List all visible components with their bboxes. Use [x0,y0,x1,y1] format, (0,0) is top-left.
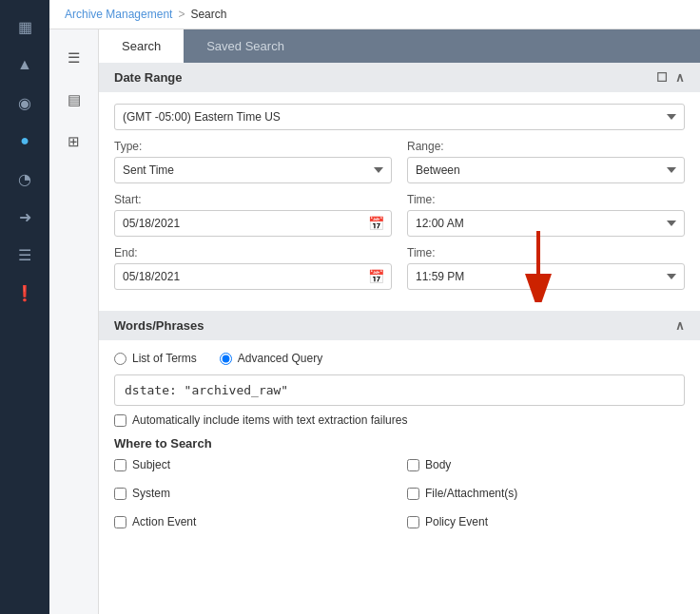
system-checkbox-label[interactable]: System [114,487,392,500]
action-event-text: Action Event [132,515,196,528]
start-time-select[interactable]: 12:00 AM [407,210,685,237]
words-phrases-title: Words/Phrases [114,318,204,333]
end-input-wrapper: 📅 [114,263,392,290]
grid-icon[interactable]: ⊞ [57,125,91,159]
file-attachment-text: File/Attachment(s) [425,487,517,500]
advanced-query-radio[interactable] [220,353,232,365]
system-checkbox[interactable] [114,488,126,500]
start-label: Start: [114,193,392,206]
range-group: Range: Between [407,140,685,183]
date-range-title: Date Range [114,70,183,85]
end-time-select[interactable]: 11:59 PM [407,263,685,290]
start-time-group: Time: 12:00 AM [407,193,685,237]
filter-icon[interactable]: ☰ [57,41,91,75]
search-nav-icon[interactable]: ● [8,124,42,158]
dashboard-icon[interactable]: ▦ [8,10,42,44]
collapse-icon[interactable]: ∧ [675,70,685,85]
section-header-icons: ☐ ∧ [656,70,685,85]
system-text: System [132,487,170,500]
tab-saved-search[interactable]: Saved Search [184,29,307,63]
subject-checkbox[interactable] [114,459,126,471]
clock-icon[interactable]: ◉ [8,86,42,120]
history-icon[interactable]: ◔ [8,162,42,196]
advanced-query-text: Advanced Query [238,352,322,365]
advanced-query-label[interactable]: Advanced Query [220,352,322,365]
list-icon[interactable]: ☰ [8,238,42,272]
subject-checkbox-label[interactable]: Subject [114,458,392,471]
export-icon[interactable]: ➜ [8,200,42,234]
type-select[interactable]: Sent Time [114,157,392,183]
action-event-checkbox-label[interactable]: Action Event [114,515,392,528]
date-range-section-header: Date Range ☐ ∧ [99,63,700,92]
add-icon[interactable]: ☐ [656,70,668,85]
policy-event-text: Policy Event [425,515,488,528]
end-time-label: Time: [407,246,685,259]
words-phrases-content: List of Terms Advanced Query Automatical… [99,340,700,549]
words-collapse-icon[interactable]: ∧ [675,318,685,333]
left-navigation: ▦ ▲ ◉ ● ◔ ➜ ☰ ❗ [0,0,49,614]
end-date-input[interactable] [114,263,392,290]
auto-include-checkbox[interactable] [114,414,126,427]
search-panel: Search Saved Search Date Range ☐ ∧ (GMT … [99,29,700,614]
policy-event-checkbox[interactable] [407,516,419,528]
list-of-terms-radio[interactable] [114,353,126,365]
end-group: End: 📅 [114,246,392,290]
type-group: Type: Sent Time [114,140,392,183]
document-icon[interactable]: ▤ [57,83,91,117]
end-calendar-icon[interactable]: 📅 [368,269,384,284]
action-event-checkbox[interactable] [114,516,126,528]
start-date-input[interactable] [114,210,392,237]
date-range-content: (GMT -05:00) Eastern Time US Type: Sent … [99,92,700,311]
file-attachment-checkbox[interactable] [407,488,419,500]
breadcrumb: Archive Management > Search [49,0,700,29]
body-checkbox[interactable] [407,459,419,471]
words-section-icons: ∧ [675,318,685,333]
end-row: End: 📅 Time: 11:59 PM [114,246,685,290]
policy-event-checkbox-label[interactable]: Policy Event [407,515,685,528]
range-label: Range: [407,140,685,153]
subject-text: Subject [132,458,170,471]
start-row: Start: 📅 Time: 12:00 AM [114,193,685,237]
query-input[interactable] [114,374,685,406]
start-group: Start: 📅 [114,193,392,237]
tabs-bar: Search Saved Search [99,29,700,63]
breadcrumb-link[interactable]: Archive Management [65,8,172,21]
breadcrumb-current: Search [190,8,226,21]
content-area: ☰ ▤ ⊞ Search Saved Search Date Range ☐ ∧… [49,29,700,614]
where-to-search-grid: Subject Body System File/Attachment(s) [114,458,685,538]
body-checkbox-label[interactable]: Body [407,458,685,471]
timezone-select[interactable]: (GMT -05:00) Eastern Time US [114,104,685,130]
list-of-terms-label[interactable]: List of Terms [114,352,197,365]
start-time-label: Time: [407,193,685,206]
breadcrumb-separator: > [178,8,185,21]
file-attachment-checkbox-label[interactable]: File/Attachment(s) [407,487,685,500]
start-calendar-icon[interactable]: 📅 [368,216,384,231]
main-content: Archive Management > Search ☰ ▤ ⊞ Search… [49,0,700,614]
end-label: End: [114,246,392,259]
alert-icon[interactable]: ❗ [8,276,42,310]
words-phrases-section-header: Words/Phrases ∧ [99,311,700,340]
range-select[interactable]: Between [407,157,685,183]
start-input-wrapper: 📅 [114,210,392,237]
where-to-search-title: Where to Search [114,436,685,451]
tab-search[interactable]: Search [99,29,184,63]
body-text: Body [425,458,451,471]
auto-include-text: Automatically include items with text ex… [132,413,407,427]
auto-include-label[interactable]: Automatically include items with text ex… [114,413,685,427]
icon-sidebar: ☰ ▤ ⊞ [49,29,99,614]
radio-row: List of Terms Advanced Query [114,352,685,365]
end-time-group: Time: 11:59 PM [407,246,685,290]
type-range-row: Type: Sent Time Range: Between [114,140,685,183]
list-of-terms-text: List of Terms [132,352,197,365]
type-label: Type: [114,140,392,153]
analytics-icon[interactable]: ▲ [8,48,42,82]
